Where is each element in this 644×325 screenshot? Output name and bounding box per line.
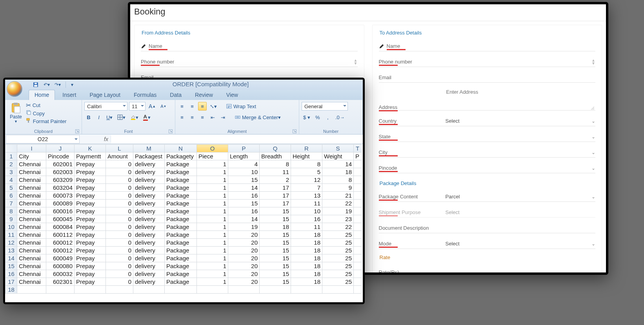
rate-field[interactable]: Rate(Rs) [379,267,596,272]
to-city-field[interactable]: City ⌄ [379,147,596,158]
cell[interactable]: 20 [228,231,260,239]
cell[interactable]: 19 [228,223,260,231]
column-header[interactable]: S [322,145,354,153]
cell[interactable]: 600012 [46,239,75,247]
increase-decimal-button[interactable]: .0→ [334,113,346,122]
percent-format-button[interactable]: % [313,113,322,122]
cell[interactable]: delivery [133,223,165,231]
align-center-button[interactable]: ≡ [188,113,196,122]
cut-button[interactable]: ✂Cut [26,102,67,109]
row-header[interactable]: 9 [5,215,17,223]
font-name-dropdown[interactable]: Calibri [84,102,127,111]
shipment-purpose-field[interactable]: Shipment Purpose Select [379,207,596,218]
orientation-button[interactable]: ⤡▾ [208,102,218,111]
undo-icon[interactable]: ↶▾ [42,81,51,89]
row-header[interactable]: 8 [5,207,17,215]
to-phone-input[interactable] [446,58,589,65]
cell[interactable]: Prepay [75,200,106,207]
cell[interactable] [354,262,362,270]
cell[interactable]: Package [165,200,197,207]
cell[interactable]: 600080 [46,262,75,270]
cell[interactable]: Prepay [75,215,106,223]
rate-input[interactable] [446,269,596,272]
select-all-corner[interactable] [5,145,17,153]
cell[interactable] [354,176,362,184]
cell[interactable]: 18 [291,239,322,247]
cell[interactable]: 11 [260,168,291,176]
cell[interactable]: 600045 [46,215,75,223]
cell[interactable]: Prepay [75,262,106,270]
ribbon-tab-formulas[interactable]: Formulas [128,90,162,100]
to-name-field[interactable]: Name [379,41,596,51]
cell[interactable]: 2 [260,176,291,184]
align-right-button[interactable]: ≡ [198,113,207,122]
cell[interactable]: Paymentt [75,153,106,160]
cell[interactable]: 9 [322,184,354,192]
align-left-button[interactable]: ≡ [178,113,186,122]
cell[interactable]: Chennai [17,207,46,215]
row-header[interactable]: 13 [5,247,17,254]
cell[interactable]: Amount [106,153,133,160]
stepper-icon[interactable]: ▲▼ [589,59,595,65]
save-icon[interactable] [31,81,40,89]
cell[interactable]: delivery [133,270,165,278]
row-header[interactable]: 3 [5,168,17,176]
cell[interactable]: Chennai [17,215,46,223]
cell[interactable]: Prepay [75,278,106,286]
cell[interactable]: 0 [106,215,133,223]
to-country-field[interactable]: Country Select ⌄ [379,116,596,126]
cell[interactable]: 0 [106,278,133,286]
cell[interactable]: Prepay [75,168,106,176]
cell[interactable] [75,286,106,294]
cell[interactable] [354,270,362,278]
cell[interactable]: 602003 [46,168,75,176]
cell[interactable]: 5 [291,168,322,176]
shrink-font-button[interactable]: A▼ [159,102,168,111]
cell[interactable]: 15 [260,262,291,270]
cell[interactable]: Chennai [17,176,46,184]
cell[interactable]: 15 [228,176,260,184]
number-format-dropdown[interactable]: General [302,102,348,111]
cell[interactable] [354,231,362,239]
paste-button[interactable]: Paste ▼ [7,101,24,124]
ribbon-tab-review[interactable]: Review [189,90,219,100]
cell[interactable]: Breadth [260,153,291,160]
dialog-launcher-icon[interactable]: ↘ [75,129,79,133]
cell[interactable]: 600049 [46,254,75,262]
to-pincode-field[interactable]: Pincode ⌄ [379,163,596,173]
cell[interactable]: 600012 [46,247,75,254]
row-header[interactable]: 2 [5,160,17,168]
cell[interactable]: Packagest [133,153,165,160]
cell[interactable]: Package [165,231,197,239]
cell[interactable] [17,286,46,294]
cell[interactable]: 603209 [46,176,75,184]
font-size-dropdown[interactable]: 11 [129,102,146,111]
cell[interactable]: 18 [291,262,322,270]
cell[interactable] [322,286,354,294]
underline-button[interactable]: U▾ [105,113,114,122]
cell[interactable]: 600032 [46,270,75,278]
cell[interactable]: delivery [133,176,165,184]
column-header[interactable]: K [75,145,106,153]
cell[interactable]: 1 [197,239,228,247]
cell[interactable]: Chennai [17,192,46,200]
cell[interactable]: 1 [197,160,228,168]
cell[interactable]: 20 [228,254,260,262]
cell[interactable]: Prepay [75,239,106,247]
cell[interactable]: 21 [322,192,354,200]
cell[interactable]: Chennai [17,270,46,278]
cell[interactable]: 11 [291,200,322,207]
to-email-input[interactable] [446,74,596,81]
cell[interactable] [165,286,197,294]
cell[interactable]: 600112 [46,231,75,239]
cell[interactable]: 602301 [46,278,75,286]
cell[interactable]: Chennai [17,247,46,254]
cell[interactable] [354,200,362,207]
cell[interactable]: 0 [106,207,133,215]
cell[interactable]: 15 [260,207,291,215]
cell[interactable]: Length [228,153,260,160]
cell[interactable]: Prepay [75,192,106,200]
redo-icon[interactable]: ↷▾ [53,81,62,89]
align-middle-button[interactable]: ≡ [188,102,196,111]
from-phone-field[interactable]: Phone number ▲▼ [141,57,358,67]
